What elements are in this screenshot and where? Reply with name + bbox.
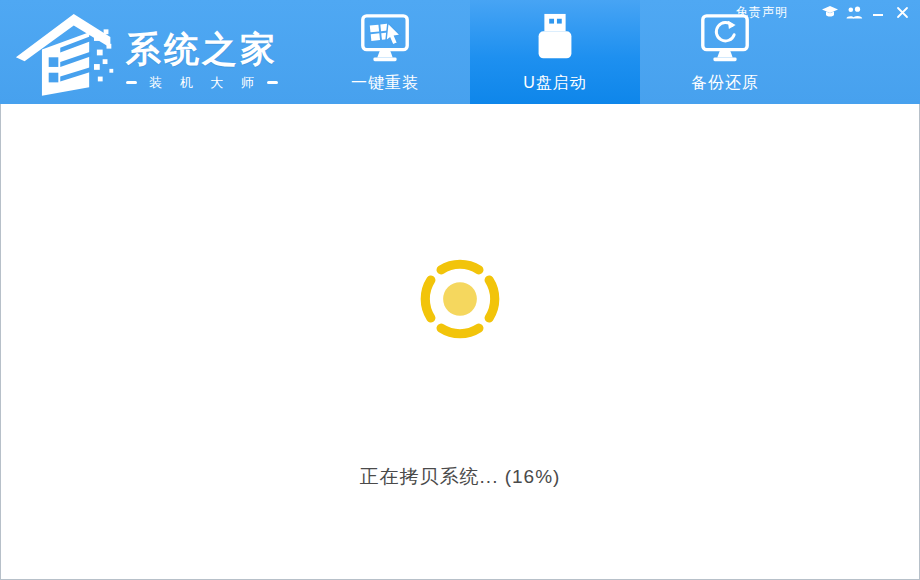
tab-label: 备份还原 [691, 73, 759, 94]
app-header: 系统之家 装 机 大 师 [0, 0, 920, 104]
monitor-windows-icon [354, 11, 416, 69]
status-text: 正在拷贝系统... (16%) [1, 464, 919, 490]
brand-subtitle-label: 装 机 大 师 [137, 74, 267, 92]
tab-usb-boot[interactable]: U盘启动 [470, 0, 640, 104]
house-pixels-icon [14, 6, 120, 98]
brand-name: 系统之家 [126, 27, 278, 71]
tab-label: U盘启动 [523, 73, 587, 94]
loading-spinner [414, 253, 506, 345]
disclaimer-link[interactable]: 免责声明 [736, 4, 788, 21]
content-area: 正在拷贝系统... (16%) [0, 104, 920, 580]
close-icon[interactable] [892, 3, 912, 21]
minimize-icon[interactable] [868, 3, 888, 21]
qq-group-icon[interactable] [844, 3, 864, 21]
tab-label: 一键重装 [351, 73, 419, 94]
brand-subtitle: 装 机 大 师 [126, 74, 278, 92]
main-tabs: 一键重装 U盘启动 [300, 0, 810, 104]
subtitle-dash-left [126, 81, 137, 84]
brand: 系统之家 装 机 大 师 [14, 6, 278, 98]
subtitle-dash-right [267, 81, 278, 84]
graduation-cap-icon[interactable] [820, 3, 840, 21]
usb-drive-icon [524, 11, 586, 69]
tab-onekey-reinstall[interactable]: 一键重装 [300, 0, 470, 104]
brand-text: 系统之家 装 机 大 师 [126, 13, 278, 92]
app-window: 系统之家 装 机 大 师 [0, 0, 920, 580]
titlebar-controls: 免责声明 [736, 3, 912, 21]
